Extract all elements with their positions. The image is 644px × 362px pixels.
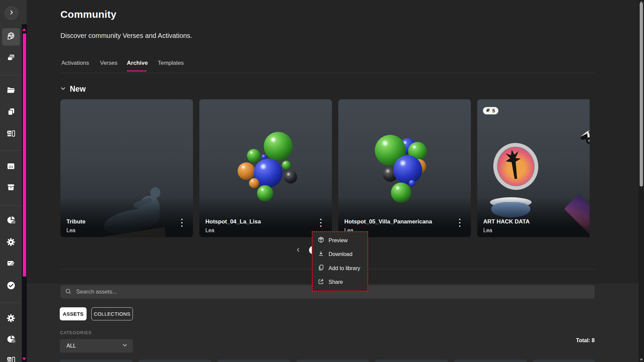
sidebar-item-3-copy[interactable] xyxy=(0,104,22,121)
active-tab-underline xyxy=(127,70,147,71)
menu-item-preview[interactable]: Preview xyxy=(313,234,367,247)
asset-grid-tile[interactable] xyxy=(296,360,369,362)
media-kiosk-icon xyxy=(6,356,15,362)
menu-item-share[interactable]: Share xyxy=(313,276,367,289)
sidebar-item-10-check-circle[interactable] xyxy=(0,277,22,295)
asset-carousel: Tribute Lea Hotspot_04_La_Lisa Lea Hotsp… xyxy=(60,99,590,238)
asset-context-menu: Preview Download Add to library Share xyxy=(312,231,368,292)
preview-cube-icon xyxy=(317,236,325,245)
asset-card-hotspot-05[interactable]: Hotspot_05_Villa_Panamericana Lea xyxy=(338,99,471,237)
carousel-prev-button[interactable]: ‹ xyxy=(297,244,300,255)
sphere-green xyxy=(282,161,291,169)
section-new-header[interactable]: New xyxy=(60,85,86,94)
tabs-divider xyxy=(60,73,595,73)
card-author: Lea xyxy=(205,227,214,234)
calendar-dots-icon xyxy=(6,162,15,172)
copy-icon xyxy=(7,107,15,117)
asset-grid-tile[interactable] xyxy=(375,360,448,362)
badge-count: 5 xyxy=(492,108,495,113)
variant-count-badge: 5 xyxy=(483,107,498,114)
add-to-library-icon xyxy=(317,264,325,272)
asset-card-hotspot-04[interactable]: Hotspot_04_La_Lisa Lea xyxy=(199,99,332,237)
check-circle-icon xyxy=(6,281,16,292)
globe-search-icon xyxy=(6,32,16,42)
page-subtitle: Discover community Verses and Activation… xyxy=(60,32,192,40)
kebab-menu-icon[interactable] xyxy=(456,218,463,228)
asset-grid-tile[interactable] xyxy=(217,360,290,362)
chevron-right-icon xyxy=(9,10,14,16)
menu-item-label: Share xyxy=(329,279,343,285)
asset-card-art-hack-data[interactable]: 5 ART HACK DATA Lea xyxy=(477,99,590,237)
chevron-down-icon xyxy=(122,343,128,349)
tab-activations[interactable]: Activations xyxy=(61,60,89,66)
assets-filter-button[interactable]: ASSETS xyxy=(60,307,87,320)
page-scrollbar-thumb[interactable] xyxy=(640,3,643,187)
sidebar-expand-button[interactable] xyxy=(5,6,18,20)
tab-archive[interactable]: Archive xyxy=(127,60,148,66)
sidebar-item-13-media-kiosk[interactable] xyxy=(0,352,22,362)
gear-icon xyxy=(6,314,15,324)
sidebar-scrollbar-thumb[interactable] xyxy=(23,34,26,276)
collections-filter-button[interactable]: COLLECTIONS xyxy=(91,307,133,320)
card-pen-icon xyxy=(6,259,16,269)
sphere-orange xyxy=(238,162,255,180)
sphere-blue xyxy=(409,180,415,187)
pie-chart-icon xyxy=(6,215,16,226)
sidebar-item-1-layers[interactable] xyxy=(0,50,22,67)
sidebar-item-7-pie-chart[interactable] xyxy=(0,212,22,229)
section-title: New xyxy=(70,85,86,94)
stack-icon xyxy=(486,108,490,114)
sidebar-item-4-media-kiosk[interactable] xyxy=(0,125,22,143)
sidebar-divider xyxy=(0,205,22,206)
asset-grid-tile[interactable] xyxy=(60,360,133,362)
sphere-green xyxy=(247,149,260,162)
category-dropdown[interactable]: ALL xyxy=(60,339,133,353)
sidebar-item-0-globe-search[interactable] xyxy=(2,28,20,46)
pie-chart-icon xyxy=(6,334,16,345)
sidebar-scroll-up-arrow[interactable] xyxy=(22,28,26,31)
card-title: Hotspot_05_Villa_Panamericana xyxy=(344,218,432,225)
search-icon xyxy=(65,288,71,296)
total-count-label: Total: 8 xyxy=(528,338,595,344)
card-title: Hotspot_04_La_Lisa xyxy=(205,218,261,225)
sidebar-divider xyxy=(0,75,22,75)
sphere-orange xyxy=(249,178,259,188)
menu-item-label: Preview xyxy=(329,238,348,244)
asset-grid-row xyxy=(60,360,595,362)
sidebar-scroll-down-arrow[interactable] xyxy=(22,358,26,360)
menu-item-label: Add to library xyxy=(329,265,360,271)
tab-verses[interactable]: Verses xyxy=(100,60,117,66)
sidebar-item-12-pie-chart[interactable] xyxy=(0,331,22,349)
sidebar-item-9-card-pen[interactable] xyxy=(0,255,22,273)
archive-box-icon xyxy=(6,183,15,193)
sidebar-divider xyxy=(0,303,22,303)
card-author: Lea xyxy=(483,227,492,234)
sidebar-item-11-gear[interactable] xyxy=(0,310,22,327)
tab-templates[interactable]: Templates xyxy=(158,60,184,66)
category-selected-value: ALL xyxy=(66,343,76,349)
card-caption-shade xyxy=(477,197,590,237)
sidebar-item-2-folder-open[interactable] xyxy=(0,82,22,99)
sidebar-divider xyxy=(0,150,22,151)
sidebar-item-5-calendar-dots[interactable] xyxy=(0,158,22,175)
asset-grid-tile[interactable] xyxy=(533,360,595,362)
menu-item-add-to-library[interactable]: Add to library xyxy=(313,262,367,275)
sphere-green xyxy=(264,132,293,161)
card-caption-shade xyxy=(60,197,193,237)
asset-grid-tile[interactable] xyxy=(454,360,527,362)
sidebar-item-6-archive-box[interactable] xyxy=(0,179,22,197)
sidebar-item-8-gear[interactable] xyxy=(0,234,22,251)
kebab-menu-icon[interactable] xyxy=(317,218,325,228)
gear-icon xyxy=(6,238,15,248)
chevron-down-icon xyxy=(60,86,66,93)
page-title: Community xyxy=(60,9,116,20)
card-title: Tribute xyxy=(66,218,86,225)
menu-item-download[interactable]: Download xyxy=(313,248,367,261)
asset-grid-tile[interactable] xyxy=(139,360,211,362)
layers-icon xyxy=(6,53,15,64)
download-icon xyxy=(317,250,325,259)
asset-card-tribute[interactable]: Tribute Lea xyxy=(60,99,193,237)
page-scroll-down-arrow[interactable] xyxy=(640,359,643,361)
kebab-menu-icon[interactable] xyxy=(178,218,186,228)
folder-open-icon xyxy=(6,85,16,96)
